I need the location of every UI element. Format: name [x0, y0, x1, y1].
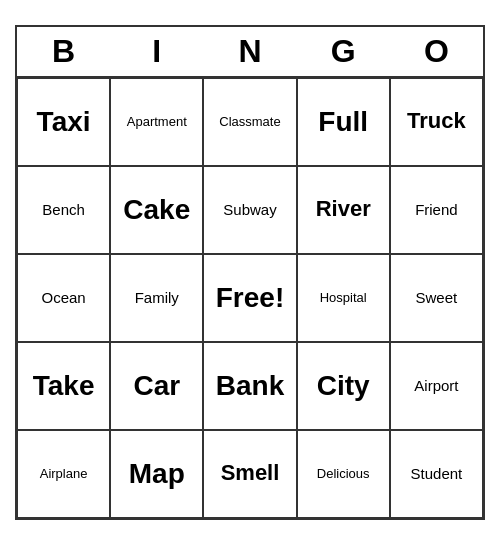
bingo-cell[interactable]: Map: [110, 430, 203, 518]
cell-text: Classmate: [219, 114, 280, 130]
header-letter: O: [390, 27, 483, 76]
cell-text: Car: [133, 369, 180, 403]
bingo-cell[interactable]: Taxi: [17, 78, 110, 166]
cell-text: Free!: [216, 281, 284, 315]
cell-text: Map: [129, 457, 185, 491]
header-letter: G: [297, 27, 390, 76]
bingo-cell[interactable]: Smell: [203, 430, 296, 518]
bingo-cell[interactable]: Family: [110, 254, 203, 342]
cell-text: Friend: [415, 201, 458, 219]
cell-text: Truck: [407, 108, 466, 134]
bingo-cell[interactable]: Hospital: [297, 254, 390, 342]
bingo-cell[interactable]: Bank: [203, 342, 296, 430]
cell-text: Take: [33, 369, 95, 403]
cell-text: Delicious: [317, 466, 370, 482]
cell-text: Cake: [123, 193, 190, 227]
cell-text: Airplane: [40, 466, 88, 482]
bingo-card: BINGO TaxiApartmentClassmateFullTruckBen…: [15, 25, 485, 520]
cell-text: Hospital: [320, 290, 367, 306]
bingo-cell[interactable]: Airport: [390, 342, 483, 430]
bingo-cell[interactable]: Car: [110, 342, 203, 430]
bingo-cell[interactable]: Bench: [17, 166, 110, 254]
bingo-grid: TaxiApartmentClassmateFullTruckBenchCake…: [17, 78, 483, 518]
cell-text: Ocean: [41, 289, 85, 307]
cell-text: Taxi: [37, 105, 91, 139]
bingo-header: BINGO: [17, 27, 483, 78]
cell-text: Sweet: [416, 289, 458, 307]
cell-text: Apartment: [127, 114, 187, 130]
cell-text: Full: [318, 105, 368, 139]
bingo-cell[interactable]: Full: [297, 78, 390, 166]
bingo-cell[interactable]: River: [297, 166, 390, 254]
cell-text: Student: [411, 465, 463, 483]
bingo-cell[interactable]: Airplane: [17, 430, 110, 518]
cell-text: Subway: [223, 201, 276, 219]
bingo-cell[interactable]: Take: [17, 342, 110, 430]
cell-text: Bench: [42, 201, 85, 219]
bingo-cell[interactable]: Subway: [203, 166, 296, 254]
bingo-cell[interactable]: Free!: [203, 254, 296, 342]
header-letter: I: [110, 27, 203, 76]
cell-text: City: [317, 369, 370, 403]
cell-text: River: [316, 196, 371, 222]
bingo-cell[interactable]: Ocean: [17, 254, 110, 342]
bingo-cell[interactable]: Apartment: [110, 78, 203, 166]
bingo-cell[interactable]: Delicious: [297, 430, 390, 518]
cell-text: Smell: [221, 460, 280, 486]
cell-text: Bank: [216, 369, 284, 403]
header-letter: B: [17, 27, 110, 76]
cell-text: Family: [135, 289, 179, 307]
bingo-cell[interactable]: Friend: [390, 166, 483, 254]
bingo-cell[interactable]: Cake: [110, 166, 203, 254]
bingo-cell[interactable]: Classmate: [203, 78, 296, 166]
header-letter: N: [203, 27, 296, 76]
bingo-cell[interactable]: Student: [390, 430, 483, 518]
bingo-cell[interactable]: Truck: [390, 78, 483, 166]
cell-text: Airport: [414, 377, 458, 395]
bingo-cell[interactable]: Sweet: [390, 254, 483, 342]
bingo-cell[interactable]: City: [297, 342, 390, 430]
